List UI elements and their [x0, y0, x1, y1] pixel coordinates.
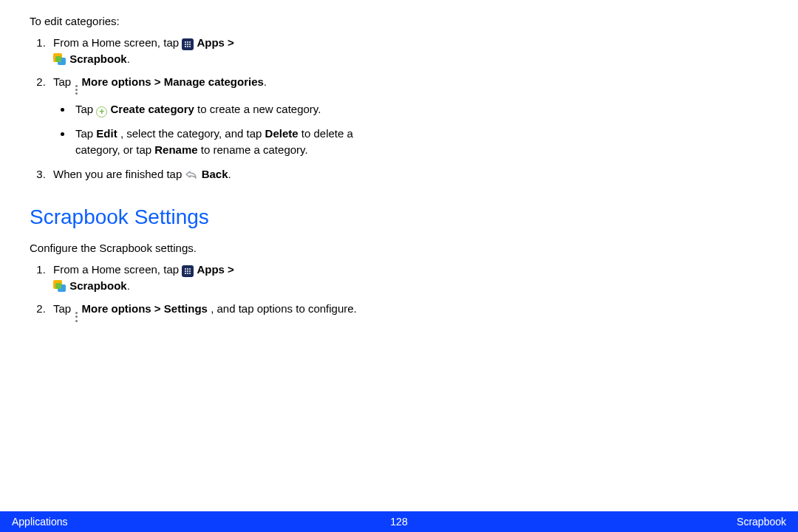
more-options-icon	[74, 311, 78, 323]
svg-point-4	[187, 44, 188, 45]
bullet-text: Tap	[75, 103, 96, 115]
step-text: Tap	[53, 302, 74, 315]
footer-right: Scrapbook	[737, 514, 786, 530]
step-text: When you are finished tap	[53, 168, 185, 180]
back-icon	[185, 169, 201, 182]
back-label: Back	[202, 168, 228, 180]
svg-point-16	[187, 273, 188, 274]
edit-bullet-1: Tap + Create category to create a new ca…	[72, 101, 369, 118]
delete-label: Delete	[265, 127, 299, 140]
scrapbook-label: Scrapbook	[69, 52, 127, 65]
svg-point-6	[185, 46, 186, 47]
bullet-mid: , select the category, and tap	[120, 127, 265, 140]
more-options-settings: More options > Settings	[82, 302, 208, 315]
edit-label: Edit	[96, 127, 117, 140]
settings-steps: From a Home screen, tap Apps > Scrapbook…	[30, 262, 369, 323]
more-options-path: More options > Manage categories	[82, 75, 264, 88]
svg-point-10	[187, 268, 188, 270]
svg-point-2	[189, 41, 191, 43]
settings-step-1: From a Home screen, tap Apps > Scrapbook…	[49, 262, 369, 295]
page-footer: Applications 128 Scrapbook	[0, 511, 798, 532]
step-text: Tap	[53, 75, 74, 88]
footer-left: Applications	[12, 514, 68, 530]
plus-icon: +	[96, 106, 107, 117]
scrapbook-icon	[53, 280, 66, 292]
svg-point-15	[185, 273, 186, 274]
create-category-label: Create category	[111, 103, 194, 115]
apps-label: Apps >	[197, 36, 233, 49]
scrapbook-label: Scrapbook	[69, 279, 127, 292]
edit-bullet-2: Tap Edit , select the category, and tap …	[72, 126, 369, 159]
svg-point-7	[187, 46, 188, 47]
period: .	[264, 75, 267, 88]
scrapbook-icon	[53, 53, 66, 65]
step-text: From a Home screen, tap	[53, 36, 182, 49]
step-rest: , and tap options to configure.	[211, 302, 357, 315]
settings-intro: Configure the Scrapbook settings.	[30, 240, 369, 257]
apps-icon	[182, 265, 194, 277]
svg-point-17	[189, 273, 191, 274]
bullet-rest: to rename a category.	[201, 143, 308, 156]
more-options-icon	[74, 83, 78, 95]
edit-bullets: Tap + Create category to create a new ca…	[53, 101, 369, 159]
svg-point-0	[185, 41, 186, 43]
svg-point-8	[189, 46, 191, 47]
footer-page-number: 128	[390, 514, 407, 530]
svg-point-9	[185, 268, 186, 270]
period: .	[127, 279, 130, 292]
period: .	[127, 52, 130, 65]
apps-label: Apps >	[197, 263, 233, 276]
svg-point-11	[189, 268, 191, 270]
svg-point-13	[187, 270, 188, 272]
svg-point-14	[189, 270, 191, 272]
edit-intro: To edit categories:	[30, 13, 369, 30]
svg-point-1	[187, 41, 188, 43]
period: .	[228, 168, 231, 180]
edit-steps: From a Home screen, tap Apps > Scrapbook…	[30, 35, 369, 185]
settings-step-2: Tap More options > Settings , and tap op…	[49, 301, 369, 323]
step-text: From a Home screen, tap	[53, 263, 182, 276]
rename-label: Rename	[154, 143, 197, 156]
bullet-rest: to create a new category.	[197, 103, 321, 115]
apps-icon	[182, 38, 194, 50]
settings-heading: Scrapbook Settings	[30, 202, 369, 233]
svg-point-5	[189, 44, 191, 45]
svg-point-3	[185, 44, 186, 45]
page-content: To edit categories: From a Home screen, …	[0, 0, 399, 323]
bullet-text: Tap	[75, 127, 96, 140]
svg-point-12	[185, 270, 186, 272]
edit-step-3: When you are finished tap Back.	[49, 166, 369, 185]
edit-step-1: From a Home screen, tap Apps > Scrapbook…	[49, 35, 369, 68]
edit-step-2: Tap More options > Manage categories. Ta…	[49, 74, 369, 159]
